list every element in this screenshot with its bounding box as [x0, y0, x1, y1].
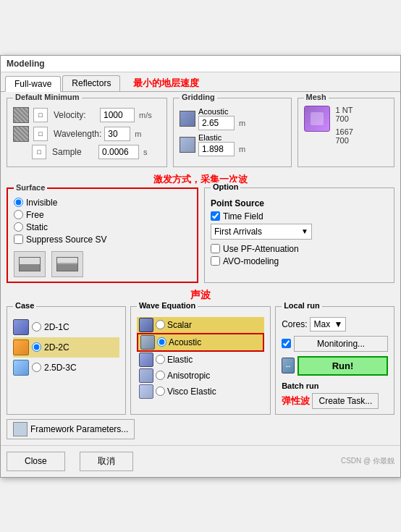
avo-row: AVO-modeling	[211, 256, 388, 266]
wavelength-box-icon: □	[33, 127, 48, 141]
elastic-label: Elastic	[198, 133, 285, 142]
use-pf-checkbox[interactable]	[211, 244, 220, 253]
framework-label: Framework Parameters...	[30, 424, 128, 434]
avo-checkbox[interactable]	[211, 256, 220, 266]
wave-elastic-icon	[139, 352, 153, 367]
wavelength-unit: m	[135, 130, 141, 138]
case-2d1c-label: 2D-1C	[44, 322, 69, 332]
surface-free-label: Free	[26, 210, 44, 220]
wave-acoustic-icon	[140, 335, 155, 350]
surface-suppress-label: Suppress Source SV	[26, 235, 106, 245]
point-source-label: Point Source	[211, 198, 388, 208]
velocity-box-icon: □	[33, 108, 48, 122]
wavelength-input[interactable]	[104, 127, 130, 141]
default-minimum-title: Default Minimum	[13, 93, 82, 101]
cores-arrow-icon: ▼	[334, 319, 343, 329]
wave-anisotropic-radio[interactable]	[156, 371, 165, 380]
run-row: ↔ Run!	[282, 356, 388, 376]
main-content: Default Minimum □ Velocity: m/s □ Wavele…	[1, 92, 400, 445]
tab-reflectors[interactable]: Reflectors	[62, 75, 120, 91]
wave-acoustic-radio[interactable]	[157, 337, 166, 347]
first-arrivals-value: First Arrivals	[214, 227, 262, 237]
wave-anisotropic-row: Anisotropic	[137, 368, 264, 384]
wavelength-row: □ Wavelength: m	[13, 126, 161, 142]
wave-acoustic-row: Acoustic	[137, 333, 264, 352]
surface-group: Surface Invisible Free Static	[7, 187, 198, 283]
surface-invisible-radio[interactable]	[14, 198, 23, 207]
wave-equation-options: Scalar Acoustic Elastic	[137, 317, 264, 400]
elastic-unit: m	[239, 145, 245, 153]
case-25d3c-icon	[13, 360, 29, 376]
wave-equation-group: Wave Equation Scalar Acoustic	[130, 306, 271, 415]
surface-static-row: Static	[14, 222, 191, 232]
wave-scalar-label: Scalar	[167, 320, 192, 330]
elastic-row: Elastic m	[180, 133, 285, 156]
monitoring-checkbox[interactable]	[282, 339, 291, 348]
mesh-nt-label: NT	[342, 106, 353, 114]
wave-elastic-label: Elastic	[167, 355, 193, 365]
surface-options: Invisible Free Static Suppress Source SV	[14, 198, 191, 247]
velocity-unit: m/s	[139, 111, 152, 119]
gridding-title: Gridding	[180, 93, 217, 101]
wave-visco-label: Visco Elastic	[167, 387, 216, 397]
sample-icon	[13, 145, 28, 159]
bottom-section: Case 2D-1C 2D-2C 2.5D-	[7, 306, 394, 415]
bottom-buttons-bar: Close 取消 CSDN @ 你最靓	[1, 445, 400, 477]
cores-row: Cores: Max ▼	[282, 317, 388, 332]
wave-anisotropic-icon	[139, 368, 153, 383]
mesh-value4: 700	[336, 136, 353, 145]
surface-suppress-row: Suppress Source SV	[14, 235, 191, 245]
tab-fullwave[interactable]: Full-wave	[5, 76, 61, 92]
surface-static-radio[interactable]	[14, 222, 23, 232]
wave-scalar-icon	[139, 318, 153, 332]
surface-free-row: Free	[14, 210, 191, 220]
acoustic-unit: m	[239, 119, 245, 127]
framework-row: Framework Parameters...	[7, 419, 394, 439]
use-pf-row: Use PF-Attenuation	[211, 244, 388, 254]
avo-label: AVO-modeling	[223, 256, 279, 266]
preview-icon2[interactable]	[51, 251, 83, 277]
mesh-values: 1 NT 700 1667 700	[336, 106, 353, 145]
wave-scalar-radio[interactable]	[156, 320, 165, 329]
framework-icon	[13, 422, 28, 436]
cancel-button[interactable]: 取消	[80, 452, 133, 471]
sample-row: □ Sample s	[13, 145, 161, 159]
case-25d3c-radio[interactable]	[32, 363, 41, 372]
batch-run-label: Batch run	[282, 381, 388, 390]
tab-bar: Full-wave Reflectors 最小的地层速度	[1, 72, 400, 92]
sample-input[interactable]	[98, 145, 139, 159]
case-2d1c-icon	[13, 319, 29, 335]
wave-anisotropic-label: Anisotropic	[167, 371, 210, 381]
run-button[interactable]: Run!	[297, 356, 388, 376]
surface-suppress-checkbox[interactable]	[14, 235, 23, 244]
elastic-grid-icon	[180, 137, 195, 153]
framework-button[interactable]: Framework Parameters...	[7, 419, 135, 439]
case-2d2c-radio[interactable]	[32, 342, 41, 352]
wave-elastic-radio[interactable]	[156, 355, 165, 364]
cores-dropdown[interactable]: Max ▼	[310, 317, 346, 332]
surface-free-radio[interactable]	[14, 210, 23, 219]
case-2d2c-label: 2D-2C	[44, 342, 69, 352]
run-icon: ↔	[282, 358, 295, 373]
preview-icon1[interactable]	[14, 251, 46, 277]
wave-visco-radio[interactable]	[156, 387, 165, 396]
time-field-checkbox[interactable]	[211, 211, 220, 221]
velocity-icon	[13, 107, 29, 123]
option-title: Option	[211, 182, 240, 191]
close-button[interactable]: Close	[7, 452, 65, 471]
wave-elastic-row: Elastic	[137, 352, 264, 368]
surface-invisible-row: Invisible	[14, 198, 191, 208]
case-2d1c-radio[interactable]	[32, 322, 41, 332]
default-minimum-group: Default Minimum □ Velocity: m/s □ Wavele…	[7, 98, 167, 167]
main-window: Modeling Full-wave Reflectors 最小的地层速度 De…	[0, 55, 401, 478]
first-arrivals-dropdown[interactable]: First Arrivals ▼	[211, 224, 312, 240]
velocity-input[interactable]	[100, 108, 135, 122]
wave-acoustic-label: Acoustic	[169, 337, 201, 347]
dropdown-arrow-icon: ▼	[301, 227, 308, 235]
elastic-value[interactable]	[198, 142, 235, 156]
title-bar: Modeling	[1, 56, 400, 72]
acoustic-value[interactable]	[198, 116, 235, 130]
monitoring-button[interactable]: Monitoring...	[294, 336, 388, 352]
surface-static-label: Static	[26, 222, 48, 232]
create-task-button[interactable]: Create Task...	[312, 393, 379, 409]
